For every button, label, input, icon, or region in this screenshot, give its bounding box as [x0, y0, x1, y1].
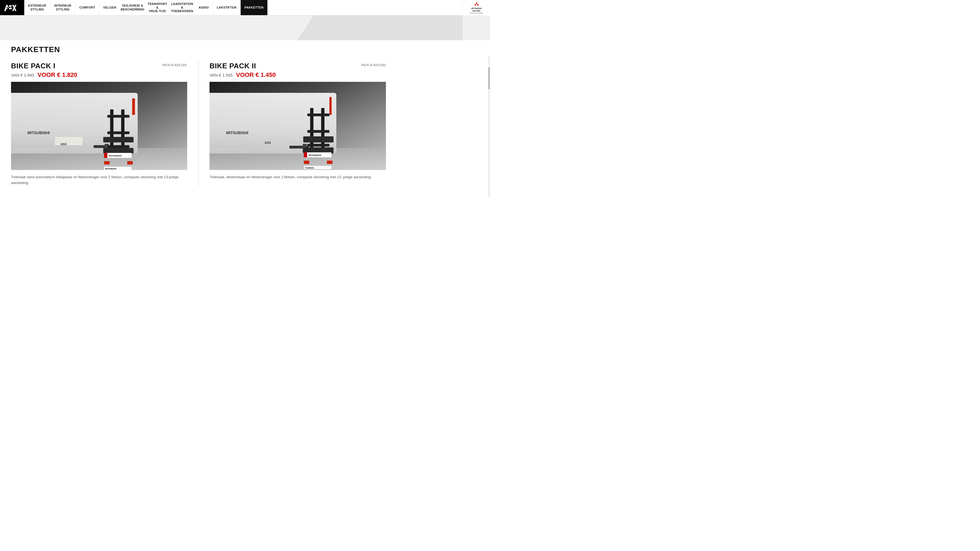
- svg-text:ASX: ASX: [60, 143, 67, 146]
- price-original-2: VAN € 1.545: [210, 73, 233, 78]
- svg-rect-22: [103, 148, 134, 154]
- nav-items-container: EXTERIEUR­STYLING INTERIEUR­STYLING COMF…: [24, 0, 463, 15]
- svg-text:MITSUBISHI: MITSUBISHI: [109, 154, 122, 157]
- svg-rect-18: [108, 115, 130, 118]
- svg-rect-19: [108, 132, 130, 134]
- nav-item-veiligheid[interactable]: VEILIGHEID &BESCHERMING: [120, 0, 145, 15]
- nav-item-lakstiften[interactable]: LAKSTIFTEN: [213, 0, 240, 15]
- scroll-indicator[interactable]: [488, 56, 490, 197]
- price-sale-1: VOOR € 1.820: [38, 71, 77, 78]
- svg-rect-11: [55, 137, 83, 145]
- svg-text:TSUBISHI: TSUBISHI: [305, 167, 314, 169]
- product-image-1: MITSUBISHI ASX MITSUBISHI: [11, 82, 187, 170]
- svg-rect-46: [304, 152, 307, 157]
- mitsubishi-brand-logo: MITSUBISHIMOTORS Drive your Ambition: [463, 0, 490, 16]
- product-description-1: Trekhaak semi-automatisch inklapbaar en …: [11, 175, 187, 186]
- svg-rect-24: [104, 153, 108, 158]
- nav-item-audio[interactable]: AUDIO: [195, 0, 213, 15]
- nav-item-pakketten[interactable]: PAKKETTEN: [241, 0, 268, 15]
- product-image-svg-2: MITSUBISHI ASX MITSUBISHI: [210, 82, 386, 170]
- page-title: PAKKETTEN: [11, 45, 479, 54]
- svg-text:MITSUBISHI: MITSUBISHI: [309, 154, 321, 157]
- price-original-1: VAN € 1.940: [11, 73, 34, 78]
- hero-banner: [0, 16, 490, 40]
- svg-rect-27: [127, 161, 133, 165]
- svg-rect-40: [307, 113, 329, 116]
- svg-rect-48: [304, 160, 309, 164]
- mitsubishi-tagline: Drive your Ambition: [470, 12, 483, 14]
- product-description-2: Trekhaak, afneembaar en fietsendrager vo…: [210, 175, 386, 180]
- product-sku-2: PACK-B-ASX2302: [361, 64, 386, 67]
- svg-rect-41: [307, 130, 329, 133]
- svg-marker-6: [474, 3, 476, 6]
- svg-rect-43: [303, 137, 334, 143]
- mitsubishi-diamond-icon: [472, 2, 482, 8]
- nav-item-laadstation[interactable]: LAADSTATION &TOEBEHOREN: [170, 0, 195, 15]
- svg-rect-33: [329, 97, 332, 115]
- nav-item-velgen[interactable]: VELGEN: [99, 0, 120, 15]
- nav-item-transport[interactable]: TRANSPORT &VRIJE TIJD: [145, 0, 170, 15]
- asx-logo-svg: [3, 3, 21, 12]
- product-card-bike-pack-1: BIKE PACK I PACK-B-ASX2301 VAN € 1.940 V…: [11, 62, 199, 186]
- svg-rect-20: [108, 145, 130, 148]
- svg-rect-49: [327, 160, 332, 164]
- product-image-svg-1: MITSUBISHI ASX MITSUBISHI: [11, 82, 187, 170]
- svg-text:MITSUBISHI: MITSUBISHI: [105, 168, 117, 170]
- scroll-thumb: [488, 67, 490, 89]
- nav-item-interieur[interactable]: INTERIEUR­STYLING: [51, 0, 76, 15]
- svg-marker-5: [477, 3, 479, 6]
- page-title-section: PAKKETTEN: [0, 40, 490, 56]
- product-price-2: VAN € 1.545 VOOR € 1.450: [210, 71, 386, 78]
- svg-rect-21: [103, 137, 134, 143]
- svg-text:MITSUBISHI: MITSUBISHI: [27, 130, 50, 135]
- svg-text:ASX: ASX: [265, 141, 271, 144]
- svg-marker-4: [476, 2, 477, 5]
- svg-text:MITSUBISHI: MITSUBISHI: [226, 130, 248, 135]
- logo[interactable]: [0, 0, 24, 15]
- svg-rect-10: [132, 98, 135, 115]
- products-section: BIKE PACK I PACK-B-ASX2301 VAN € 1.940 V…: [0, 56, 490, 197]
- svg-rect-26: [104, 161, 110, 165]
- product-name-2: BIKE PACK II: [210, 62, 256, 70]
- nav-item-comfort[interactable]: COMFORT: [76, 0, 100, 15]
- product-sku-1: PACK-B-ASX2301: [162, 64, 187, 67]
- svg-rect-42: [307, 144, 329, 146]
- hero-shape-decoration: [297, 16, 463, 40]
- product-card-bike-pack-2: BIKE PACK II PACK-B-ASX2302 VAN € 1.545 …: [210, 62, 397, 186]
- mitsubishi-brand-name: MITSUBISHIMOTORS: [471, 8, 482, 12]
- product-price-1: VAN € 1.940 VOOR € 1.820: [11, 71, 187, 78]
- product-header-2: BIKE PACK II PACK-B-ASX2302: [210, 62, 386, 70]
- product-image-2: MITSUBISHI ASX MITSUBISHI: [210, 82, 386, 170]
- price-sale-2: VOOR € 1.450: [236, 71, 276, 78]
- product-header-1: BIKE PACK I PACK-B-ASX2301: [11, 62, 187, 70]
- main-navigation: EXTERIEUR­STYLING INTERIEUR­STYLING COMF…: [0, 0, 490, 16]
- nav-item-exterieur[interactable]: EXTERIEUR­STYLING: [24, 0, 51, 15]
- product-name-1: BIKE PACK I: [11, 62, 56, 70]
